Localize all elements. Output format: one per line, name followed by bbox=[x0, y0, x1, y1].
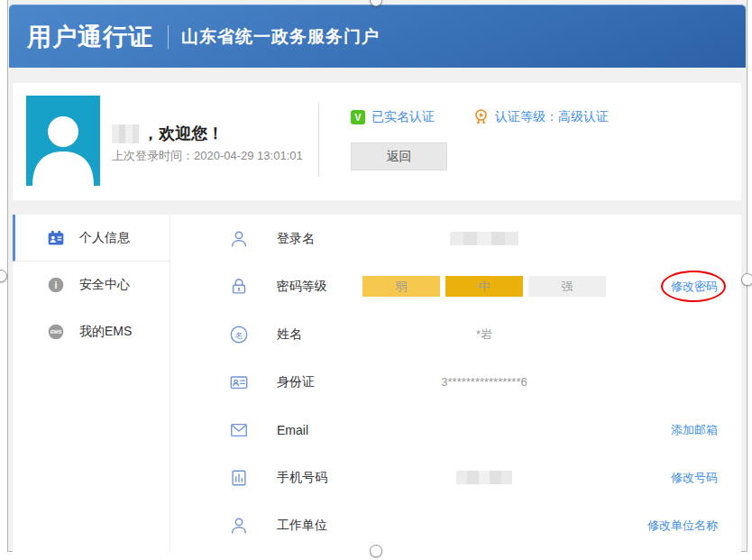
selection-handle-bottom[interactable] bbox=[370, 545, 382, 557]
name-circle-icon: 名 bbox=[228, 324, 250, 345]
profile-detail-list: 登录名 密码等级 弱 中 强 bbox=[170, 215, 741, 552]
row-label: 手机号码 bbox=[277, 470, 362, 486]
row-label: 密码等级 bbox=[276, 279, 360, 295]
id-card-value: 3****************6 bbox=[362, 375, 606, 389]
page-subtitle: 山东省统一政务服务门户 bbox=[181, 25, 380, 49]
change-unit-name-link[interactable]: 修改单位名称 bbox=[647, 519, 718, 532]
add-email-link[interactable]: 添加邮箱 bbox=[671, 423, 718, 436]
verified-check-icon: V bbox=[351, 110, 365, 124]
row-work-unit: 工作单位 修改单位名称 bbox=[170, 501, 741, 549]
redacted-mobile-number bbox=[456, 471, 512, 484]
row-name: 名 姓名 *岩 bbox=[170, 310, 741, 358]
name-value: *岩 bbox=[362, 326, 606, 343]
sidebar-item-label: 我的EMS bbox=[79, 324, 132, 340]
svg-text:i: i bbox=[54, 280, 57, 290]
info-circle-icon: i bbox=[47, 276, 65, 294]
back-button[interactable]: 返回 bbox=[351, 142, 447, 170]
sidebar: 个人信息 i 安全中心 EMS 我的EMS bbox=[13, 215, 170, 552]
svg-text:EMS: EMS bbox=[50, 329, 62, 335]
last-login-time: 上次登录时间：2020-04-29 13:01:01 bbox=[112, 148, 303, 164]
verified-badge-label: 已实名认证 bbox=[371, 109, 435, 125]
highlighted-action: 修改密码 bbox=[671, 279, 718, 295]
sidebar-item-my-ems[interactable]: EMS 我的EMS bbox=[13, 308, 170, 355]
redacted-username bbox=[112, 124, 139, 143]
auth-level-label: 认证等级：高级认证 bbox=[495, 109, 609, 125]
row-mobile-number: 手机号码 修改号码 bbox=[170, 454, 741, 501]
row-label: 身份证 bbox=[277, 374, 362, 390]
row-label: 登录名 bbox=[277, 231, 362, 247]
sidebar-item-personal-info[interactable]: 个人信息 bbox=[13, 215, 170, 262]
page-title: 用户通行证 bbox=[27, 21, 153, 53]
signal-bars-icon bbox=[228, 467, 250, 489]
email-icon bbox=[228, 419, 250, 441]
row-label: Email bbox=[277, 423, 362, 437]
row-label: 姓名 bbox=[277, 326, 362, 343]
svg-text:名: 名 bbox=[234, 330, 243, 339]
row-login-name: 登录名 bbox=[170, 215, 741, 262]
change-number-link[interactable]: 修改号码 bbox=[671, 471, 718, 484]
lock-icon bbox=[228, 276, 249, 298]
vertical-divider bbox=[318, 103, 319, 177]
strength-strong: 强 bbox=[528, 276, 606, 297]
sidebar-item-security-center[interactable]: i 安全中心 bbox=[13, 262, 170, 308]
strength-medium: 中 bbox=[445, 276, 523, 297]
sidebar-item-label: 安全中心 bbox=[79, 277, 130, 293]
ems-circle-icon: EMS bbox=[47, 323, 65, 341]
profile-card: ，欢迎您！ 上次登录时间：2020-04-29 13:01:01 V 已实名认证… bbox=[13, 83, 741, 200]
auth-level-badge: 认证等级：高级认证 bbox=[472, 108, 609, 125]
screenshot-stage: 用户通行证 山东省统一政务服务门户 ，欢迎您！ 上次登录时间：2020-04-2… bbox=[0, 0, 752, 560]
strength-weak: 弱 bbox=[362, 276, 440, 297]
row-id-card: 身份证 3****************6 bbox=[170, 358, 741, 406]
avatar bbox=[26, 96, 100, 186]
user-icon bbox=[228, 515, 250, 537]
realname-verified-badge: V 已实名认证 bbox=[351, 109, 435, 125]
greeting-text: ，欢迎您！ bbox=[142, 123, 224, 144]
header-divider bbox=[168, 25, 169, 49]
id-badge-icon bbox=[47, 229, 65, 247]
selection-handle-right[interactable] bbox=[741, 273, 752, 286]
row-label: 工作单位 bbox=[277, 518, 362, 534]
user-icon bbox=[228, 228, 250, 250]
row-email: Email 添加邮箱 bbox=[170, 406, 741, 454]
password-strength-meter: 弱 中 强 bbox=[360, 276, 609, 297]
row-password-level: 密码等级 弱 中 强 修改密码 bbox=[170, 262, 741, 310]
greeting: ，欢迎您！ bbox=[112, 123, 224, 144]
person-silhouette-icon bbox=[26, 108, 100, 186]
medal-icon bbox=[472, 108, 490, 125]
change-password-link[interactable]: 修改密码 bbox=[671, 280, 718, 293]
selection-handle-left[interactable] bbox=[0, 270, 7, 282]
redacted-login-name bbox=[450, 232, 518, 245]
selected-image-frame: 用户通行证 山东省统一政务服务门户 ，欢迎您！ 上次登录时间：2020-04-2… bbox=[7, 0, 747, 552]
sidebar-item-label: 个人信息 bbox=[79, 230, 130, 246]
id-card-icon bbox=[228, 372, 250, 393]
badge-row: V 已实名认证 认证等级：高级认证 bbox=[351, 108, 647, 125]
page-header: 用户通行证 山东省统一政务服务门户 bbox=[9, 5, 746, 68]
